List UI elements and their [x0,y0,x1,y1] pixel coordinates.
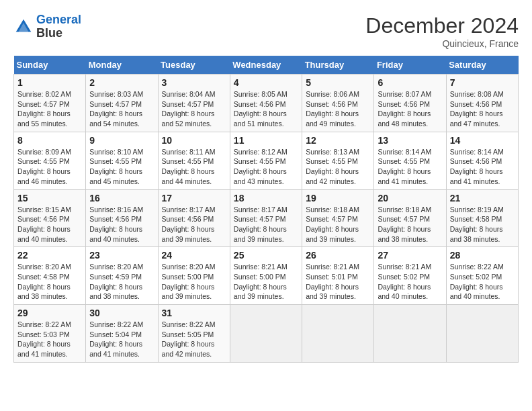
calendar-cell [374,305,446,363]
logo: General Blue [13,13,81,40]
day-number: 14 [450,135,515,146]
day-number: 12 [306,135,370,146]
day-detail: Sunrise: 8:05 AM Sunset: 4:56 PM Dayligh… [234,89,298,129]
day-detail: Sunrise: 8:07 AM Sunset: 4:56 PM Dayligh… [378,89,442,129]
day-detail: Sunrise: 8:15 AM Sunset: 4:56 PM Dayligh… [17,205,82,244]
day-detail: Sunrise: 8:08 AM Sunset: 4:56 PM Dayligh… [450,89,515,129]
weekday-header-thursday: Thursday [302,56,374,75]
logo-line2: Blue [36,27,81,40]
day-detail: Sunrise: 8:10 AM Sunset: 4:55 PM Dayligh… [89,147,154,187]
calendar-cell: 26 Sunrise: 8:21 AM Sunset: 5:01 PM Dayl… [302,247,374,305]
day-number: 20 [378,193,442,203]
weekday-header-wednesday: Wednesday [230,56,302,75]
calendar-cell: 20 Sunrise: 8:18 AM Sunset: 4:57 PM Dayl… [374,189,446,247]
calendar-cell: 19 Sunrise: 8:18 AM Sunset: 4:57 PM Dayl… [302,189,374,247]
day-detail: Sunrise: 8:20 AM Sunset: 4:59 PM Dayligh… [89,262,154,302]
calendar-table: SundayMondayTuesdayWednesdayThursdayFrid… [13,56,519,363]
page-header: General Blue December 2024 Quincieux, Fr… [13,13,519,49]
day-detail: Sunrise: 8:21 AM Sunset: 5:02 PM Dayligh… [378,262,442,302]
calendar-cell: 17 Sunrise: 8:17 AM Sunset: 4:56 PM Dayl… [158,189,230,247]
day-detail: Sunrise: 8:22 AM Sunset: 5:03 PM Dayligh… [17,320,82,359]
day-number: 2 [89,77,154,88]
calendar-cell: 27 Sunrise: 8:21 AM Sunset: 5:02 PM Dayl… [374,247,446,305]
logo-line1: General [36,13,81,26]
day-number: 25 [234,250,298,261]
day-number: 30 [89,308,154,318]
calendar-week-row: 1 Sunrise: 8:02 AM Sunset: 4:57 PM Dayli… [14,75,519,132]
day-number: 31 [162,308,226,318]
calendar-cell [230,305,302,363]
calendar-cell: 28 Sunrise: 8:22 AM Sunset: 5:02 PM Dayl… [446,247,518,305]
day-number: 28 [450,250,515,261]
weekday-header-friday: Friday [374,56,446,75]
day-number: 11 [234,135,298,146]
calendar-cell: 5 Sunrise: 8:06 AM Sunset: 4:56 PM Dayli… [302,75,374,132]
day-number: 21 [450,193,515,203]
day-number: 7 [450,77,515,88]
calendar-cell: 11 Sunrise: 8:12 AM Sunset: 4:55 PM Dayl… [230,132,302,189]
day-number: 6 [378,77,442,88]
weekday-header-tuesday: Tuesday [158,56,230,75]
day-detail: Sunrise: 8:04 AM Sunset: 4:57 PM Dayligh… [162,89,226,129]
day-detail: Sunrise: 8:18 AM Sunset: 4:57 PM Dayligh… [378,205,442,244]
day-detail: Sunrise: 8:12 AM Sunset: 4:55 PM Dayligh… [234,147,298,187]
day-number: 3 [162,77,226,88]
weekday-header-row: SundayMondayTuesdayWednesdayThursdayFrid… [14,56,519,75]
day-number: 26 [306,250,370,261]
day-detail: Sunrise: 8:19 AM Sunset: 4:58 PM Dayligh… [450,205,515,244]
day-detail: Sunrise: 8:21 AM Sunset: 5:00 PM Dayligh… [234,262,298,302]
calendar-cell: 13 Sunrise: 8:14 AM Sunset: 4:55 PM Dayl… [374,132,446,189]
calendar-cell: 29 Sunrise: 8:22 AM Sunset: 5:03 PM Dayl… [14,305,86,363]
calendar-cell: 24 Sunrise: 8:20 AM Sunset: 5:00 PM Dayl… [158,247,230,305]
calendar-cell: 7 Sunrise: 8:08 AM Sunset: 4:56 PM Dayli… [446,75,518,132]
location-subtitle: Quincieux, France [365,38,519,49]
weekday-header-sunday: Sunday [14,56,86,75]
day-detail: Sunrise: 8:13 AM Sunset: 4:55 PM Dayligh… [306,147,370,187]
day-detail: Sunrise: 8:18 AM Sunset: 4:57 PM Dayligh… [306,205,370,244]
calendar-cell: 10 Sunrise: 8:11 AM Sunset: 4:55 PM Dayl… [158,132,230,189]
day-number: 23 [89,250,154,261]
day-detail: Sunrise: 8:22 AM Sunset: 5:04 PM Dayligh… [89,320,154,359]
calendar-cell: 23 Sunrise: 8:20 AM Sunset: 4:59 PM Dayl… [86,247,158,305]
day-detail: Sunrise: 8:22 AM Sunset: 5:05 PM Dayligh… [162,320,226,359]
calendar-cell: 16 Sunrise: 8:16 AM Sunset: 4:56 PM Dayl… [86,189,158,247]
day-detail: Sunrise: 8:11 AM Sunset: 4:55 PM Dayligh… [162,147,226,187]
day-number: 16 [89,193,154,203]
day-number: 27 [378,250,442,261]
day-detail: Sunrise: 8:22 AM Sunset: 5:02 PM Dayligh… [450,262,515,302]
title-block: December 2024 Quincieux, France [365,13,519,49]
day-detail: Sunrise: 8:17 AM Sunset: 4:57 PM Dayligh… [234,205,298,244]
day-number: 24 [162,250,226,261]
weekday-header-monday: Monday [86,56,158,75]
calendar-cell: 18 Sunrise: 8:17 AM Sunset: 4:57 PM Dayl… [230,189,302,247]
day-detail: Sunrise: 8:14 AM Sunset: 4:55 PM Dayligh… [378,147,442,187]
calendar-cell: 2 Sunrise: 8:03 AM Sunset: 4:57 PM Dayli… [86,75,158,132]
calendar-cell: 25 Sunrise: 8:21 AM Sunset: 5:00 PM Dayl… [230,247,302,305]
day-detail: Sunrise: 8:21 AM Sunset: 5:01 PM Dayligh… [306,262,370,302]
day-number: 4 [234,77,298,88]
calendar-cell: 3 Sunrise: 8:04 AM Sunset: 4:57 PM Dayli… [158,75,230,132]
calendar-cell: 8 Sunrise: 8:09 AM Sunset: 4:55 PM Dayli… [14,132,86,189]
day-detail: Sunrise: 8:16 AM Sunset: 4:56 PM Dayligh… [89,205,154,244]
day-number: 13 [378,135,442,146]
day-detail: Sunrise: 8:17 AM Sunset: 4:56 PM Dayligh… [162,205,226,244]
weekday-header-saturday: Saturday [446,56,518,75]
calendar-cell: 22 Sunrise: 8:20 AM Sunset: 4:58 PM Dayl… [14,247,86,305]
day-number: 8 [17,135,82,146]
day-number: 10 [162,135,226,146]
day-number: 5 [306,77,370,88]
day-number: 19 [306,193,370,203]
logo-icon [13,17,34,37]
day-number: 29 [17,308,82,318]
calendar-cell: 1 Sunrise: 8:02 AM Sunset: 4:57 PM Dayli… [14,75,86,132]
calendar-cell [302,305,374,363]
day-detail: Sunrise: 8:14 AM Sunset: 4:56 PM Dayligh… [450,147,515,187]
day-detail: Sunrise: 8:20 AM Sunset: 4:58 PM Dayligh… [17,262,82,302]
calendar-cell: 4 Sunrise: 8:05 AM Sunset: 4:56 PM Dayli… [230,75,302,132]
calendar-week-row: 15 Sunrise: 8:15 AM Sunset: 4:56 PM Dayl… [14,189,519,247]
calendar-week-row: 22 Sunrise: 8:20 AM Sunset: 4:58 PM Dayl… [14,247,519,305]
calendar-cell: 6 Sunrise: 8:07 AM Sunset: 4:56 PM Dayli… [374,75,446,132]
calendar-cell: 30 Sunrise: 8:22 AM Sunset: 5:04 PM Dayl… [86,305,158,363]
calendar-week-row: 8 Sunrise: 8:09 AM Sunset: 4:55 PM Dayli… [14,132,519,189]
calendar-cell: 14 Sunrise: 8:14 AM Sunset: 4:56 PM Dayl… [446,132,518,189]
